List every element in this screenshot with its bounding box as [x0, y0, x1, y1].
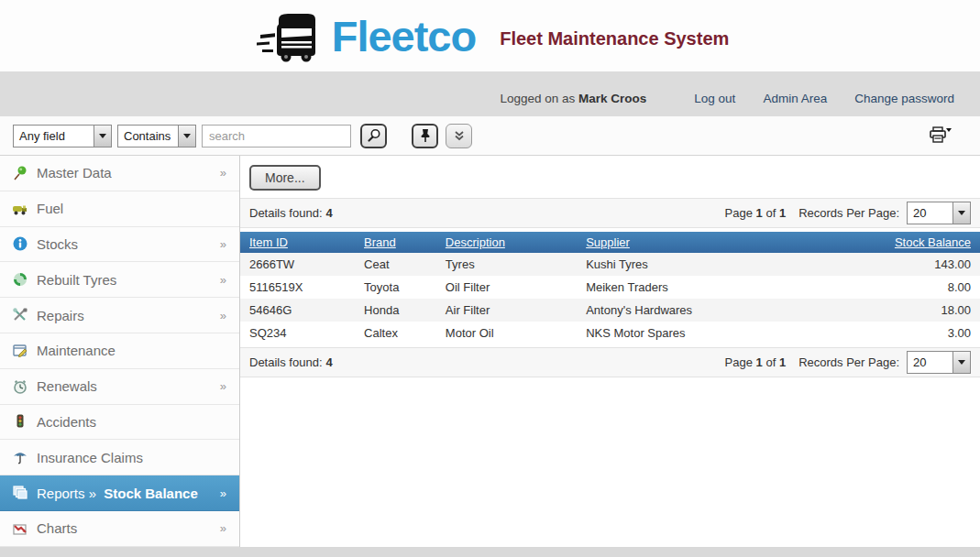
table-row[interactable]: 54646G Honda Air Filter Antony's Hardwar…	[240, 299, 980, 322]
cell-stock-balance: 3.00	[847, 322, 980, 344]
records-per-page-label: Records Per Page:	[798, 206, 899, 220]
cell-brand: Caltex	[355, 322, 436, 344]
printer-icon	[929, 126, 952, 145]
submenu-arrow: »	[220, 237, 226, 251]
sidebar-item-rebuilt-tyres[interactable]: Rebuilt Tyres »	[0, 262, 239, 298]
admin-area-link[interactable]: Admin Area	[763, 92, 827, 105]
sidebar-item-reports-stock-balance[interactable]: Reports » Stock Balance »	[0, 475, 239, 511]
table-row[interactable]: SQ234 Caltex Motor Oil NKS Motor Spares …	[240, 322, 980, 344]
page: Fleetco Fleet Maintenance System Logged …	[0, 0, 980, 557]
records-per-page-label: Records Per Page:	[798, 355, 899, 369]
fuel-truck-icon	[12, 201, 28, 217]
table-row[interactable]: 5116519X Toyota Oil Filter Meiken Trader…	[240, 276, 980, 299]
search-operator-value: Contains	[118, 126, 178, 147]
logout-link[interactable]: Log out	[694, 92, 735, 105]
more-row: More...	[240, 156, 980, 198]
content: Master Data » Fuel	[0, 156, 980, 547]
search-input[interactable]	[202, 125, 351, 147]
truck-logo-icon	[251, 8, 328, 63]
sidebar-item-repairs[interactable]: Repairs »	[0, 298, 239, 333]
sidebar-item-maintenance[interactable]: Maintenance	[0, 333, 239, 369]
reports-icon	[12, 485, 28, 501]
sidebar-item-master-data[interactable]: Master Data »	[0, 156, 239, 191]
cell-description: Tyres	[436, 253, 577, 276]
chevron-down-icon[interactable]	[94, 126, 111, 147]
main-panel: More... Details found:4 Page 1 of 1 Reco…	[240, 156, 980, 547]
sidebar-item-label: Accidents	[37, 414, 96, 430]
details-count: 4	[326, 206, 333, 220]
sidebar-item-renewals[interactable]: Renewals »	[0, 369, 239, 405]
sidebar-item-stocks[interactable]: Stocks »	[0, 227, 239, 263]
page-indicator: Page 1 of 1	[725, 355, 787, 369]
submenu-arrow: »	[220, 521, 226, 535]
expand-search-button[interactable]	[446, 124, 472, 148]
cell-brand: Honda	[355, 299, 436, 322]
records-per-page-select[interactable]: 20	[907, 351, 971, 374]
records-per-page-select[interactable]: 20	[907, 202, 971, 224]
chevron-down-icon[interactable]	[952, 202, 970, 224]
column-header-item-id[interactable]: Item ID	[240, 232, 355, 253]
page-indicator: Page 1 of 1	[725, 206, 787, 220]
chart-icon	[12, 520, 28, 537]
cell-description: Oil Filter	[436, 276, 577, 299]
notepad-icon	[12, 343, 28, 359]
sidebar-item-label: Rebuilt Tyres	[37, 272, 116, 288]
search-operator-select[interactable]: Contains	[117, 125, 196, 147]
cell-brand: Toyota	[355, 276, 436, 299]
chevron-down-icon[interactable]	[952, 352, 970, 373]
pin-search-button[interactable]	[412, 124, 438, 148]
alarm-clock-icon	[12, 378, 28, 395]
info-icon	[12, 235, 28, 252]
search-toolbar: Any field Contains	[0, 116, 980, 156]
app-title: Fleetco	[332, 15, 477, 58]
records-per-page-value: 20	[908, 352, 952, 373]
sidebar-item-charts[interactable]: Charts »	[0, 511, 239, 547]
submenu-arrow: »	[220, 379, 226, 393]
traffic-light-icon	[12, 413, 28, 430]
change-password-link[interactable]: Change password	[854, 92, 954, 105]
submenu-arrow: »	[220, 309, 226, 322]
pin-icon	[419, 128, 432, 143]
sidebar-item-label: Repairs	[37, 308, 84, 323]
umbrella-icon	[12, 449, 28, 465]
session-bar: Logged on as Mark Croos Log out Admin Ar…	[0, 71, 980, 116]
search-button[interactable]	[360, 124, 387, 148]
submenu-arrow: »	[220, 166, 226, 180]
cell-stock-balance: 8.00	[847, 276, 980, 299]
column-header-brand[interactable]: Brand	[355, 232, 436, 253]
recycle-icon	[12, 271, 28, 288]
search-field-value: Any field	[14, 126, 94, 147]
details-found-text: Details found:4	[249, 355, 333, 369]
column-header-stock-balance[interactable]: Stock Balance	[847, 232, 980, 253]
column-header-description[interactable]: Description	[436, 232, 577, 253]
cell-item-id: 54646G	[240, 299, 355, 322]
details-found-text: Details found:4	[249, 206, 333, 220]
logo: Fleetco Fleet Maintenance System	[251, 8, 730, 63]
cell-item-id: SQ234	[240, 322, 355, 344]
table-row[interactable]: 2666TW Ceat Tyres Kushi Tyres 143.00	[240, 253, 980, 276]
chevron-down-icon[interactable]	[178, 126, 195, 147]
details-count: 4	[326, 355, 333, 369]
records-per-page-value: 20	[908, 202, 952, 224]
column-header-supplier[interactable]: Supplier	[577, 232, 847, 253]
sidebar-item-insurance-claims[interactable]: Insurance Claims	[0, 440, 239, 475]
double-chevron-down-icon	[453, 130, 466, 142]
cell-supplier: Antony's Hardwares	[577, 299, 847, 322]
sidebar-item-label: Renewals	[37, 378, 97, 394]
user-name: Mark Croos	[578, 92, 646, 105]
cell-supplier: Meiken Traders	[577, 276, 847, 299]
search-field-select[interactable]: Any field	[13, 125, 112, 147]
cell-supplier: Kushi Tyres	[577, 253, 847, 276]
sidebar-item-label: Insurance Claims	[37, 450, 143, 465]
print-button[interactable]	[929, 126, 952, 145]
logged-on-text: Logged on as Mark Croos	[500, 92, 646, 105]
app-header: Fleetco Fleet Maintenance System	[0, 0, 980, 71]
pager-bottom: Page 1 of 1 Records Per Page: 20	[725, 351, 971, 374]
results-bar-bottom: Details found:4 Page 1 of 1 Records Per …	[240, 347, 980, 377]
sidebar-item-accidents[interactable]: Accidents	[0, 405, 239, 441]
sidebar-item-label: Master Data	[37, 165, 112, 180]
sidebar-item-fuel[interactable]: Fuel	[0, 191, 239, 227]
app-subtitle: Fleet Maintenance System	[500, 28, 729, 49]
more-button[interactable]: More...	[249, 165, 321, 191]
sidebar-item-label: Reports » Stock Balance	[37, 486, 198, 501]
